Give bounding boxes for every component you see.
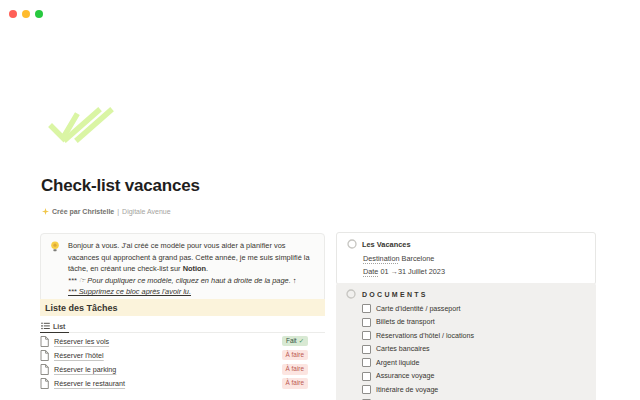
task-title[interactable]: Réserver le parking [54, 365, 277, 374]
byline: Crée par Christelle | Digitale Avenue [42, 208, 171, 215]
thought-bubble-icon [346, 289, 356, 299]
trip-destination: Destination Barcelone [363, 254, 585, 263]
todo-item-partial [362, 397, 586, 400]
checkmarks-icon [48, 103, 120, 145]
task-row[interactable]: Réserver l'hôtel À faire [40, 348, 325, 362]
sparkle-icon [42, 208, 49, 215]
documents-list: Carte d'identité / passeport Billets de … [346, 302, 586, 400]
page-icon [40, 364, 49, 375]
thought-bubble-icon [347, 239, 357, 249]
status-badge[interactable]: À faire [282, 350, 308, 360]
checkbox[interactable] [362, 385, 371, 394]
close-button[interactable] [9, 10, 17, 18]
status-badge[interactable]: À faire [282, 378, 308, 388]
trip-date: Date 01 →31 Juillet 2023 [363, 267, 585, 276]
status-badge[interactable]: À faire [282, 364, 308, 374]
tab-list-view[interactable]: List [40, 320, 69, 333]
task-row[interactable]: Réserver le parking À faire [40, 362, 325, 376]
date-label[interactable]: Date [363, 267, 378, 276]
todo-label: Itinéraire de voyage [376, 386, 438, 394]
todo-item: Carte d'identité / passeport [362, 302, 586, 316]
page-title[interactable]: Check-list vacances [41, 176, 200, 196]
byline-brand: Digitale Avenue [122, 208, 171, 215]
todo-item: Itinéraire de voyage [362, 383, 586, 397]
task-title[interactable]: Réserver l'hôtel [54, 351, 277, 360]
list-view-icon [41, 322, 50, 330]
tab-label: List [53, 323, 65, 330]
task-row[interactable]: Réserver le restaurant À faire [40, 377, 325, 391]
trip-card: Les Vacances Destination Barcelone Date … [336, 232, 596, 285]
destination-value: Barcelone [402, 254, 435, 263]
documents-heading: DOCUMENTS [362, 291, 428, 298]
check-icon: ✓ [299, 337, 304, 344]
window-controls [9, 10, 43, 18]
checkbox[interactable] [362, 304, 371, 313]
date-value: 01 →31 Juillet 2023 [380, 267, 445, 276]
todo-item: Cartes bancaires [362, 343, 586, 357]
trip-title: Les Vacances [362, 240, 411, 249]
task-title[interactable]: Réserver le restaurant [54, 379, 277, 388]
tasks-heading: Liste des Tâches [40, 299, 325, 316]
todo-item: Billets de transport [362, 316, 586, 330]
todo-label: Cartes bancaires [376, 345, 430, 353]
page-icon [40, 336, 49, 347]
checkbox[interactable] [362, 372, 371, 381]
view-tab-bar: List [40, 320, 325, 333]
byline-author: Crée par Christelle [52, 208, 114, 215]
checkbox[interactable] [362, 318, 371, 327]
page-icon [40, 378, 49, 389]
documents-block: DOCUMENTS Carte d'identité / passeport B… [336, 283, 596, 400]
task-title[interactable]: Réserver les vols [54, 337, 277, 346]
trip-card-header: Les Vacances [347, 239, 585, 249]
zoom-button[interactable] [35, 10, 43, 18]
light-bulb-icon [50, 241, 60, 252]
status-badge[interactable]: Fait✓ [282, 336, 308, 346]
callout-text: Bonjour à vous. J'ai créé ce modèle pour… [68, 241, 310, 273]
checkbox[interactable] [362, 331, 371, 340]
todo-label: Réservations d'hôtel / locations [376, 332, 474, 340]
checkmarks-decoration [48, 103, 120, 145]
todo-item: Réservations d'hôtel / locations [362, 329, 586, 343]
page-icon [40, 350, 49, 361]
todo-label: Argent liquide [376, 359, 419, 367]
task-row[interactable]: Réserver les vols Fait✓ [40, 334, 325, 348]
checkbox[interactable] [362, 358, 371, 367]
documents-header: DOCUMENTS [346, 289, 586, 299]
todo-label: Assurance voyage [376, 372, 434, 380]
callout-bold: Notion [183, 264, 206, 273]
callout-tip-line: *** ☞ Pour dupliquer ce modèle, cliquez … [68, 275, 314, 287]
callout-block: Bonjour à vous. J'ai créé ce modèle pour… [40, 233, 325, 305]
todo-label: Carte d'identité / passeport [376, 305, 461, 313]
byline-separator: | [117, 208, 119, 215]
todo-label: Billets de transport [376, 318, 435, 326]
callout-delete-line: *** Supprimez ce bloc après l'avoir lu. [68, 286, 314, 298]
destination-label[interactable]: Destination [363, 254, 400, 263]
todo-item: Argent liquide [362, 356, 586, 370]
task-list: Réserver les vols Fait✓ Réserver l'hôtel… [40, 334, 325, 391]
minimize-button[interactable] [22, 10, 30, 18]
todo-item: Assurance voyage [362, 370, 586, 384]
checkbox[interactable] [362, 345, 371, 354]
